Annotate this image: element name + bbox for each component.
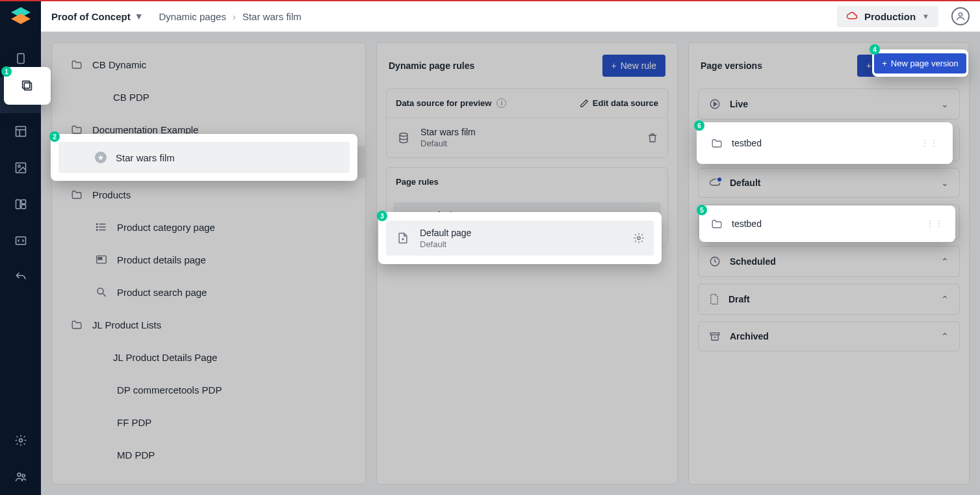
cloud-icon bbox=[846, 12, 858, 21]
tree-item-label: JL Product Lists bbox=[92, 319, 161, 330]
tree-item[interactable]: Products bbox=[52, 178, 365, 211]
tree-item[interactable]: Product search page bbox=[52, 276, 365, 308]
nav-templates-icon[interactable] bbox=[0, 113, 41, 150]
tree-item-label: Products bbox=[92, 189, 131, 200]
tree-item-label: Product search page bbox=[117, 287, 207, 298]
gear-icon[interactable] bbox=[633, 232, 645, 244]
nav-settings-icon[interactable] bbox=[0, 422, 41, 459]
page-rule-title: Default page bbox=[420, 228, 624, 238]
svg-point-9 bbox=[18, 165, 19, 167]
tree-item[interactable]: JL Product Details Page bbox=[52, 341, 365, 373]
drag-handle-icon[interactable]: ⋮⋮ bbox=[920, 138, 938, 148]
pages-tree-panel: CB DynamicCB PDPDocumentation Example★St… bbox=[51, 42, 366, 485]
highlight-star-wars-row[interactable]: ★ Star wars film bbox=[51, 134, 357, 181]
new-page-version-button[interactable]: + New page version bbox=[874, 53, 966, 74]
section-scheduled[interactable]: Scheduled ⌃ bbox=[698, 246, 960, 277]
new-rule-button[interactable]: + New rule bbox=[602, 55, 665, 77]
highlight-default-page[interactable]: Default page Default bbox=[378, 212, 662, 264]
svg-point-21 bbox=[97, 224, 98, 225]
project-name[interactable]: Proof of Concept bbox=[51, 11, 131, 22]
tree-item[interactable]: JL Product Lists bbox=[52, 308, 365, 341]
svg-point-23 bbox=[97, 230, 98, 231]
nav-developer-icon[interactable] bbox=[0, 222, 41, 259]
new-rule-label: New rule bbox=[621, 60, 656, 71]
breadcrumb-item[interactable]: Dynamic pages bbox=[159, 11, 226, 22]
svg-rect-11 bbox=[21, 200, 25, 204]
drag-handle-icon[interactable]: ⋮⋮ bbox=[925, 219, 944, 229]
section-default[interactable]: Default ⌄ bbox=[698, 168, 960, 198]
versions-panel: Page versions + New page version Live ⌄ … bbox=[688, 42, 970, 485]
nav-components-icon[interactable] bbox=[0, 186, 41, 222]
version-item-label: testbed bbox=[732, 219, 762, 229]
svg-rect-2 bbox=[18, 54, 24, 64]
top-accent-bar bbox=[0, 0, 980, 1]
version-item-label: testbed bbox=[732, 138, 762, 148]
nav-media-icon[interactable] bbox=[0, 150, 41, 186]
tree-item[interactable]: CB Dynamic bbox=[52, 48, 365, 81]
tree-item[interactable]: CB PDP bbox=[52, 81, 365, 113]
svg-rect-13 bbox=[16, 237, 25, 245]
nav-team-icon[interactable] bbox=[0, 459, 41, 495]
tree-item[interactable]: Product details page bbox=[52, 243, 365, 276]
database-icon bbox=[396, 130, 411, 146]
folder-icon bbox=[70, 318, 83, 331]
chevron-down-icon: ▼ bbox=[922, 12, 929, 20]
tree-item[interactable]: Product category page bbox=[52, 211, 365, 243]
highlight-new-page-version[interactable]: + New page version bbox=[872, 49, 968, 77]
svg-rect-5 bbox=[16, 127, 25, 137]
rules-title: Dynamic page rules bbox=[389, 60, 474, 71]
tree-item-label: JL Product Details Page bbox=[113, 352, 217, 363]
highlight-testbed-live[interactable]: testbed ⋮⋮ bbox=[697, 122, 953, 164]
tree-item[interactable]: MD PDP bbox=[52, 438, 365, 471]
tree-item-label: CB PDP bbox=[113, 92, 149, 103]
highlight-testbed-default[interactable]: testbed ⋮⋮ bbox=[699, 206, 955, 242]
svg-point-26 bbox=[97, 288, 103, 294]
clock-icon bbox=[709, 256, 721, 267]
breadcrumb-item[interactable]: Star wars film bbox=[242, 11, 302, 22]
svg-point-16 bbox=[22, 474, 25, 477]
edit-data-source-link[interactable]: Edit data source bbox=[580, 98, 658, 108]
new-page-version-label: New page version bbox=[891, 59, 959, 68]
chevron-up-icon: ⌃ bbox=[941, 256, 949, 267]
svg-point-22 bbox=[97, 226, 98, 228]
svg-line-27 bbox=[103, 293, 106, 297]
plus-icon: + bbox=[882, 59, 887, 68]
environment-select[interactable]: Production ▼ bbox=[837, 6, 938, 27]
box-icon bbox=[95, 253, 108, 266]
tree-item[interactable]: DP commercetools PDP bbox=[52, 373, 365, 406]
section-live[interactable]: Live ⌄ bbox=[698, 88, 960, 120]
page-icon bbox=[395, 230, 411, 246]
svg-rect-12 bbox=[21, 205, 25, 209]
step-badge: 4 bbox=[870, 44, 880, 55]
tree-item-label: Star wars film bbox=[116, 152, 175, 163]
plus-icon: + bbox=[866, 60, 871, 71]
play-icon bbox=[709, 98, 721, 110]
svg-marker-1 bbox=[11, 14, 31, 24]
svg-rect-36 bbox=[24, 83, 31, 90]
tree-item[interactable]: FF PDP bbox=[52, 406, 365, 438]
svg-point-17 bbox=[959, 13, 962, 16]
info-icon[interactable]: i bbox=[496, 98, 506, 108]
svg-rect-25 bbox=[98, 258, 102, 260]
data-source-item-title: Star wars film bbox=[420, 127, 638, 137]
tree-item-label: FF PDP bbox=[117, 417, 151, 428]
data-source-item[interactable]: Star wars film Default bbox=[387, 118, 667, 157]
project-dropdown-icon[interactable]: ▼ bbox=[135, 11, 144, 21]
nav-undo-icon[interactable] bbox=[0, 259, 41, 295]
svg-rect-37 bbox=[23, 81, 30, 88]
svg-rect-34 bbox=[710, 333, 719, 335]
step-badge: 6 bbox=[694, 120, 704, 131]
section-archived[interactable]: Archived ⌃ bbox=[698, 321, 960, 351]
chevron-up-icon: ⌃ bbox=[941, 331, 949, 341]
delete-icon[interactable] bbox=[647, 132, 658, 144]
tree-item-label: MD PDP bbox=[117, 449, 155, 461]
cloud-icon bbox=[709, 178, 721, 187]
tree-item-label: Documentation Example bbox=[92, 124, 198, 135]
user-avatar[interactable] bbox=[951, 7, 970, 25]
tree-item-label: Product details page bbox=[117, 254, 206, 265]
archive-icon bbox=[709, 331, 721, 341]
section-draft[interactable]: Draft ⌃ bbox=[698, 284, 960, 315]
tree-item-label: CB Dynamic bbox=[92, 59, 146, 70]
app-logo[interactable] bbox=[9, 5, 32, 29]
folder-icon bbox=[70, 188, 83, 201]
